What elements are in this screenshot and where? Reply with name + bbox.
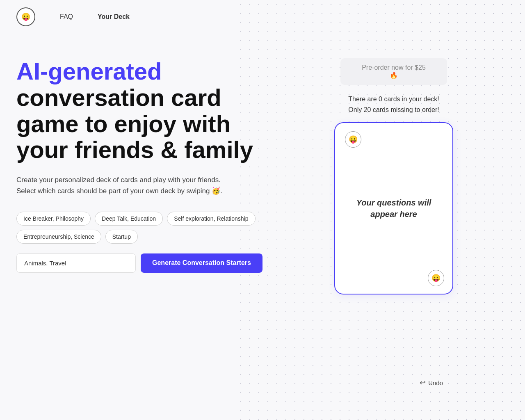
logo: 😛 [16, 7, 35, 26]
hero-subtitle: Create your personalized deck of cards a… [16, 174, 246, 196]
your-deck-link[interactable]: Your Deck [98, 13, 130, 21]
hero-title-rest: conversation card game to enjoy with you… [16, 84, 253, 163]
tags-section: Ice Breaker, Philosophy Deep Talk, Educa… [16, 212, 262, 244]
card-logo-top: 😛 [345, 131, 361, 148]
tag-0[interactable]: Ice Breaker, Philosophy [16, 212, 91, 226]
hero-subtitle-line2: Select which cards should be part of you… [16, 187, 222, 195]
main-content: AI-generated conversation card game to e… [0, 34, 525, 294]
hero-subtitle-line1: Create your personalized deck of cards a… [16, 176, 221, 184]
deck-count-line2: Only 20 cards missing to order! [348, 105, 439, 115]
right-column: Pre-order now for $25 🔥 There are 0 card… [279, 58, 509, 294]
tag-4[interactable]: Startup [105, 230, 138, 244]
navbar: 😛 FAQ Your Deck [0, 0, 525, 34]
card-container: 😛 Your questions will appear here 😛 [332, 122, 455, 294]
topic-input[interactable] [16, 253, 136, 273]
undo-label: Undo [428, 379, 443, 386]
undo-section[interactable]: ↩ Undo [420, 378, 443, 387]
deck-info: There are 0 cards in your deck! Only 20 … [348, 94, 439, 115]
card-logo-bottom: 😛 [428, 270, 444, 286]
tag-2[interactable]: Self exploration, Relationship [167, 212, 255, 226]
deck-count-line1: There are 0 cards in your deck! [348, 94, 439, 105]
input-row: Generate Conversation Starters [16, 253, 262, 273]
undo-icon: ↩ [420, 378, 426, 387]
tag-3[interactable]: Entrepreuneurship, Science [16, 230, 101, 244]
conversation-card[interactable]: 😛 Your questions will appear here 😛 [334, 122, 453, 294]
left-column: AI-generated conversation card game to e… [16, 58, 262, 273]
faq-link[interactable]: FAQ [60, 13, 73, 21]
card-placeholder-text: Your questions will appear here [335, 197, 452, 220]
generate-button[interactable]: Generate Conversation Starters [141, 253, 262, 273]
hero-title-highlight: AI-generated [16, 58, 162, 84]
tag-1[interactable]: Deep Talk, Education [95, 212, 163, 226]
hero-title: AI-generated conversation card game to e… [16, 58, 262, 163]
card-smiley-top-icon: 😛 [349, 135, 358, 144]
preorder-button[interactable]: Pre-order now for $25 🔥 [340, 58, 447, 85]
card-smiley-bottom-icon: 😛 [431, 274, 441, 283]
logo-icon: 😛 [21, 12, 30, 21]
